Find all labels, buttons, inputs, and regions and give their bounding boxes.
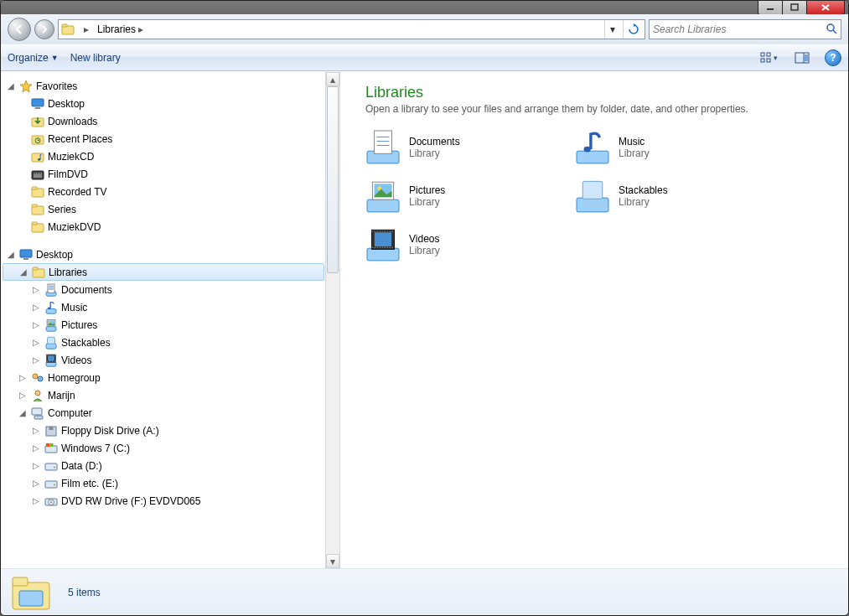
svg-rect-84 [367, 248, 399, 261]
library-item[interactable]: MusicLibrary [575, 130, 784, 165]
tree-label: Stackables [61, 337, 111, 349]
computer-icon [31, 406, 44, 420]
search-box[interactable]: Search Libraries [649, 19, 841, 39]
item-count-label: 5 items [68, 587, 101, 598]
svg-rect-21 [32, 153, 44, 162]
library-item[interactable]: PicturesLibrary [365, 179, 575, 214]
tree-item[interactable]: ▷Data (D:) [3, 457, 339, 474]
expand-icon[interactable]: ▷ [31, 338, 41, 347]
scroll-track[interactable] [326, 86, 339, 554]
optical-icon [44, 494, 58, 508]
new-library-button[interactable]: New library [70, 52, 121, 64]
expand-icon[interactable]: ▷ [31, 461, 41, 470]
tree-item[interactable]: ▷Documents [3, 281, 339, 298]
expand-icon[interactable]: ▷ [31, 285, 41, 294]
scroll-down-button[interactable]: ▾ [326, 554, 339, 568]
tree-item[interactable]: ▷Videos [3, 351, 339, 369]
tree-label: DVD RW Drive (F:) EVDVD065 [61, 495, 200, 507]
help-button[interactable]: ? [825, 49, 841, 66]
tree-item[interactable]: ▷Floppy Disk Drive (A:) [3, 422, 339, 439]
collapse-icon[interactable]: ◢ [6, 250, 16, 259]
folder-music-icon [31, 150, 44, 163]
tree-item-homegroup[interactable]: ▷ Homegroup [3, 369, 339, 386]
svg-rect-83 [582, 181, 603, 199]
tree-item[interactable]: Recent Places [3, 130, 339, 148]
expand-icon[interactable]: ▷ [31, 355, 41, 365]
breadcrumb-segment[interactable]: ▸ [79, 20, 91, 39]
tree-item[interactable]: ▷Music [3, 298, 339, 316]
breadcrumb-segment-libraries[interactable]: Libraries ▸ [95, 20, 146, 39]
organize-menu[interactable]: Organize ▼ [8, 52, 59, 64]
tree-group-favorites[interactable]: ◢ Favorites [3, 77, 339, 95]
minimize-button[interactable] [758, 0, 783, 15]
preview-pane-button[interactable] [791, 49, 813, 67]
collapse-icon[interactable]: ◢ [6, 81, 16, 91]
expand-icon[interactable]: ▷ [31, 426, 41, 435]
tree-label: Downloads [48, 116, 97, 127]
collapse-icon[interactable]: ◢ [18, 267, 28, 277]
tree-item[interactable]: FilmDVD [3, 165, 339, 183]
svg-rect-35 [33, 267, 38, 270]
svg-rect-63 [50, 443, 54, 447]
tree-item[interactable]: ▷Pictures [3, 316, 339, 334]
expand-icon[interactable]: ▷ [18, 373, 28, 382]
view-options-button[interactable] [758, 49, 779, 67]
tree-item[interactable]: Desktop [3, 95, 339, 112]
library-item[interactable]: VideosLibrary [365, 227, 575, 262]
tree-item-user[interactable]: ▷ Marijn [3, 386, 339, 404]
forward-button[interactable] [34, 19, 54, 39]
homegroup-icon [31, 371, 44, 385]
svg-point-67 [54, 484, 55, 485]
tree-item[interactable]: ▷Film etc. (E:) [3, 474, 339, 492]
lib-vid-icon [365, 227, 401, 262]
expand-icon[interactable]: ▷ [31, 443, 41, 453]
close-button[interactable] [806, 0, 845, 15]
refresh-button[interactable] [623, 20, 643, 39]
tree-item[interactable]: MuziekDVD [3, 218, 339, 236]
address-bar[interactable]: ▸ Libraries ▸ ▾ [58, 19, 645, 39]
search-placeholder: Search Libraries [653, 23, 826, 35]
library-name: Documents [409, 136, 460, 148]
svg-line-7 [833, 30, 836, 34]
address-history-dropdown[interactable]: ▾ [604, 20, 619, 39]
collapse-icon[interactable]: ◢ [18, 408, 28, 417]
nav-scrollbar[interactable]: ▴ ▾ [325, 72, 339, 568]
expand-icon[interactable]: ▷ [31, 496, 41, 505]
svg-rect-66 [45, 481, 57, 488]
lib-pic-icon [365, 179, 401, 214]
scroll-up-button[interactable]: ▴ [326, 72, 339, 86]
maximize-button[interactable] [782, 0, 807, 15]
tree-item[interactable]: Downloads [3, 112, 339, 130]
tree-item[interactable]: ▷DVD RW Drive (F:) EVDVD065 [3, 492, 339, 510]
tree-item[interactable]: Series [3, 200, 339, 218]
expand-icon[interactable]: ▷ [18, 391, 28, 400]
chevron-down-icon: ▼ [51, 54, 59, 62]
expand-icon[interactable]: ▷ [31, 479, 41, 488]
tree-item[interactable]: MuziekCD [3, 148, 339, 165]
svg-rect-61 [45, 446, 57, 453]
back-button[interactable] [8, 18, 31, 41]
library-type: Library [409, 196, 445, 208]
tree-item-libraries[interactable]: ◢ Libraries [3, 263, 324, 281]
lib-music-icon [44, 301, 58, 314]
tree-item[interactable]: Recorded TV [3, 183, 339, 200]
tree-group-desktop[interactable]: ◢ Desktop [3, 246, 339, 263]
library-item[interactable]: DocumentsLibrary [365, 130, 575, 165]
content-title: Libraries [365, 84, 840, 101]
svg-rect-31 [32, 222, 37, 225]
library-item[interactable]: StackablesLibrary [575, 179, 784, 214]
svg-rect-1 [791, 4, 798, 10]
expand-icon[interactable]: ▷ [31, 303, 41, 312]
titlebar[interactable] [1, 1, 848, 14]
tree-item-computer[interactable]: ◢ Computer [3, 404, 339, 422]
scroll-thumb[interactable] [327, 86, 339, 273]
tree-item[interactable]: ▷Windows 7 (C:) [3, 439, 339, 457]
organize-label: Organize [8, 52, 49, 64]
search-icon [826, 23, 837, 37]
recent-icon [31, 132, 44, 146]
tree-item[interactable]: ▷Stackables [3, 334, 339, 351]
tree-label: Series [48, 204, 76, 215]
expand-icon[interactable]: ▷ [31, 320, 41, 329]
svg-rect-76 [577, 151, 608, 163]
library-type: Library [619, 196, 668, 208]
